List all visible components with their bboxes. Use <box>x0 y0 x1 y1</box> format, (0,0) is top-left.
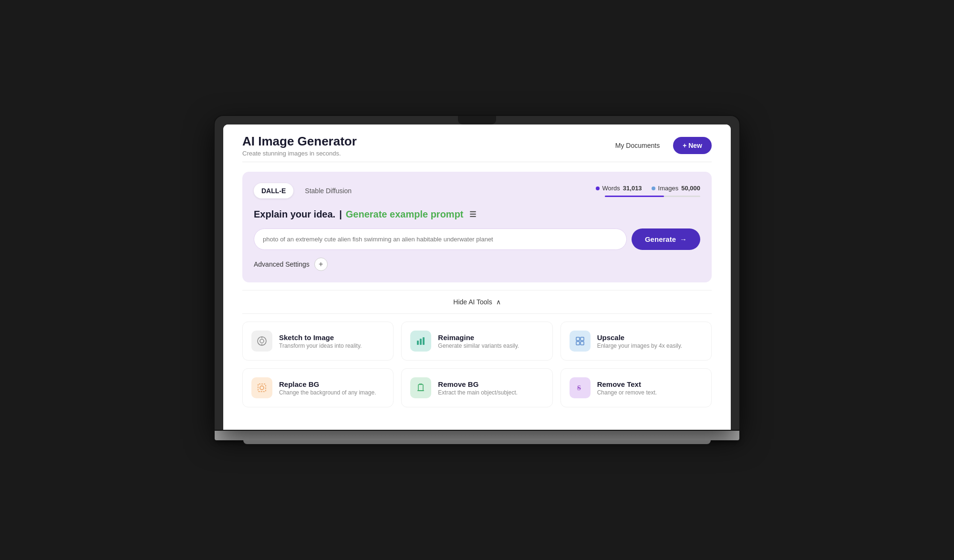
generate-example-link[interactable]: Generate example prompt <box>346 209 464 220</box>
tools-grid: Sketch to Image Transform your ideas int… <box>242 321 712 407</box>
svg-text:S: S <box>577 384 581 392</box>
upscale-info: Upscale Enlarge your images by 4x easily… <box>597 333 683 349</box>
generator-panel: DALL-E Stable Diffusion Words 31,013 <box>242 172 712 282</box>
svg-rect-9 <box>576 342 580 345</box>
usage-bar-bg <box>605 196 700 197</box>
model-tabs: DALL-E Stable Diffusion <box>254 183 359 198</box>
remove-bg-icon-wrap <box>410 377 431 398</box>
tool-card-reimagine[interactable]: Reimagine Generate similar variants easi… <box>401 321 552 361</box>
laptop-foot <box>243 440 711 444</box>
svg-rect-7 <box>576 337 580 341</box>
remove-text-icon: S <box>575 383 585 393</box>
tool-card-replace-bg[interactable]: Replace BG Change the background of any … <box>242 368 394 407</box>
svg-rect-11 <box>258 384 266 392</box>
words-count: 31,013 <box>623 185 642 192</box>
tool-card-sketch[interactable]: Sketch to Image Transform your ideas int… <box>242 321 394 361</box>
hide-tools-label: Hide AI Tools <box>453 298 492 306</box>
reimagine-icon-wrap <box>410 331 431 352</box>
laptop-frame: AI Image Generator Create stunning image… <box>215 116 739 444</box>
app-title: AI Image Generator <box>242 134 357 149</box>
chevron-up-icon: ∧ <box>496 298 501 306</box>
words-label: Words <box>602 185 620 192</box>
reimagine-info: Reimagine Generate similar variants easi… <box>438 333 519 349</box>
stats-row: Words 31,013 Images 50,000 <box>596 185 701 192</box>
tool-card-upscale[interactable]: Upscale Enlarge your images by 4x easily… <box>560 321 712 361</box>
generate-button-label: Generate <box>645 235 676 243</box>
prompt-label: Explain your idea. | Generate example pr… <box>254 208 700 221</box>
replace-bg-info: Replace BG Change the background of any … <box>279 380 376 396</box>
words-stat: Words 31,013 <box>596 185 642 192</box>
images-count: 50,000 <box>681 185 700 192</box>
replace-bg-description: Change the background of any image. <box>279 389 376 396</box>
tab-stable-diffusion[interactable]: Stable Diffusion <box>297 183 359 198</box>
images-stat: Images 50,000 <box>652 185 700 192</box>
svg-rect-6 <box>423 337 425 345</box>
reimagine-description: Generate similar variants easily. <box>438 342 519 349</box>
replace-bg-icon-wrap <box>251 377 272 398</box>
remove-bg-description: Extract the main object/subject. <box>438 389 518 396</box>
hide-ai-tools-bar[interactable]: Hide AI Tools ∧ <box>242 290 712 314</box>
laptop-notch <box>458 116 496 124</box>
generate-arrow-icon: → <box>680 235 687 243</box>
remove-text-title: Remove Text <box>597 380 657 388</box>
app-header: AI Image Generator Create stunning image… <box>223 124 731 162</box>
laptop-base <box>215 430 739 440</box>
advanced-settings-toggle[interactable]: + <box>314 258 328 271</box>
panel-top: DALL-E Stable Diffusion Words 31,013 <box>254 183 700 198</box>
remove-bg-info: Remove BG Extract the main object/subjec… <box>438 380 518 396</box>
new-button[interactable]: + New <box>673 137 712 154</box>
sketch-icon <box>257 336 267 346</box>
header-left: AI Image Generator Create stunning image… <box>242 134 357 157</box>
sketch-info: Sketch to Image Transform your ideas int… <box>279 333 362 349</box>
remove-bg-title: Remove BG <box>438 380 518 388</box>
remove-text-description: Change or remove text. <box>597 389 657 396</box>
app-subtitle: Create stunning images in seconds. <box>242 150 357 157</box>
tool-card-remove-bg[interactable]: Remove BG Extract the main object/subjec… <box>401 368 552 407</box>
svg-rect-4 <box>417 341 419 345</box>
prompt-input[interactable] <box>254 228 627 250</box>
template-icon[interactable]: ☰ <box>467 208 478 221</box>
screen-bezel: AI Image Generator Create stunning image… <box>215 116 739 430</box>
prompt-input-row: Generate → <box>254 228 700 250</box>
reimagine-icon <box>415 336 426 346</box>
usage-bar-fill <box>605 196 664 197</box>
usage-stats-container: Words 31,013 Images 50,000 <box>596 185 701 197</box>
upscale-title: Upscale <box>597 333 683 342</box>
replace-bg-title: Replace BG <box>279 380 376 388</box>
sketch-icon-wrap <box>251 331 272 352</box>
svg-rect-10 <box>581 342 584 345</box>
generate-button[interactable]: Generate → <box>632 228 700 250</box>
tool-card-remove-text[interactable]: S Remove Text Change or remove text. <box>560 368 712 407</box>
upscale-icon-wrap <box>570 331 591 352</box>
svg-rect-8 <box>581 337 584 341</box>
remove-text-icon-wrap: S <box>570 377 591 398</box>
advanced-settings-label: Advanced Settings <box>254 260 310 268</box>
images-dot <box>652 187 655 190</box>
svg-point-1 <box>260 339 264 343</box>
svg-rect-5 <box>420 339 422 345</box>
tab-dalle[interactable]: DALL-E <box>254 183 293 198</box>
main-content: DALL-E Stable Diffusion Words 31,013 <box>223 162 731 417</box>
screen: AI Image Generator Create stunning image… <box>223 124 731 430</box>
sketch-description: Transform your ideas into reality. <box>279 342 362 349</box>
header-right: My Documents + New <box>608 137 712 154</box>
upscale-description: Enlarge your images by 4x easily. <box>597 342 683 349</box>
replace-bg-icon <box>257 383 267 393</box>
images-label: Images <box>658 185 679 192</box>
reimagine-title: Reimagine <box>438 333 519 342</box>
prompt-label-text: Explain your idea. <box>254 209 335 220</box>
svg-rect-13 <box>418 384 423 391</box>
separator: | <box>339 209 342 220</box>
advanced-settings-row: Advanced Settings + <box>254 258 700 271</box>
upscale-icon <box>575 336 585 346</box>
remove-text-info: Remove Text Change or remove text. <box>597 380 657 396</box>
usage-bar-container <box>605 196 700 197</box>
words-dot <box>596 187 600 190</box>
my-documents-button[interactable]: My Documents <box>608 138 667 153</box>
remove-bg-icon <box>415 383 426 393</box>
sketch-title: Sketch to Image <box>279 333 362 342</box>
svg-point-12 <box>260 386 264 390</box>
